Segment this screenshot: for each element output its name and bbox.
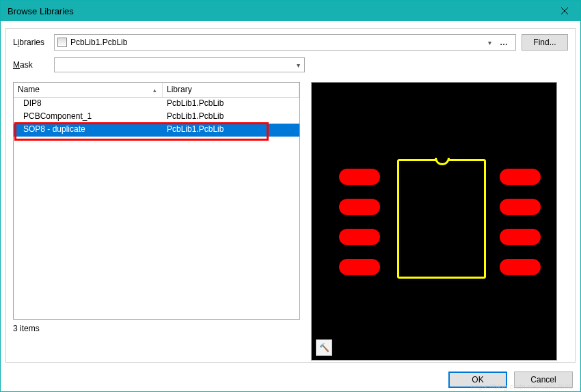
ellipsis-button[interactable]: … xyxy=(496,38,513,47)
chevron-down-icon: ▾ xyxy=(484,39,496,46)
table-row[interactable]: DIP8PcbLib1.PcbLib xyxy=(14,98,299,111)
mask-dropdown[interactable]: ▾ xyxy=(54,57,305,72)
cancel-button[interactable]: Cancel xyxy=(514,372,573,388)
dialog-panel: Libraries PcbLib1.PcbLib ▾ … Find... Mas… xyxy=(5,28,576,363)
pcb-pad xyxy=(500,259,541,275)
library-file-icon xyxy=(57,38,67,47)
window-title: Browse Libraries xyxy=(8,6,74,16)
cell-name: SOP8 - duplicate xyxy=(14,124,163,137)
ok-button[interactable]: OK xyxy=(448,372,507,388)
libraries-label: Libraries xyxy=(13,38,54,47)
list-area: Name Library DIP8PcbLib1.PcbLibPCBCompon… xyxy=(13,82,300,361)
libraries-dropdown[interactable]: PcbLib1.PcbLib ▾ … xyxy=(54,34,516,51)
libraries-row: Libraries PcbLib1.PcbLib ▾ … Find... xyxy=(13,34,568,51)
close-icon xyxy=(561,8,569,15)
pcb-pad xyxy=(500,199,541,215)
pcb-pad xyxy=(500,169,541,185)
component-list[interactable]: Name Library DIP8PcbLib1.PcbLibPCBCompon… xyxy=(13,82,300,320)
pcb-pad xyxy=(339,199,380,215)
hammer-icon: 🔨 xyxy=(319,343,329,352)
column-header-name[interactable]: Name xyxy=(14,83,163,97)
preview-tools-button[interactable]: 🔨 xyxy=(316,339,332,356)
cell-library: PcbLib1.PcbLib xyxy=(163,111,299,124)
cell-library: PcbLib1.PcbLib xyxy=(163,98,299,111)
list-body: DIP8PcbLib1.PcbLibPCBComponent_1PcbLib1.… xyxy=(14,98,299,137)
pcb-pad xyxy=(339,229,380,245)
cell-name: PCBComponent_1 xyxy=(14,111,163,124)
table-row[interactable]: PCBComponent_1PcbLib1.PcbLib xyxy=(14,111,299,124)
mask-label: Mask xyxy=(13,60,54,70)
pcb-pad xyxy=(500,229,541,245)
chevron-down-icon: ▾ xyxy=(297,61,300,69)
pcb-pad xyxy=(339,259,380,275)
dialog-footer: OK Cancel xyxy=(448,372,573,388)
titlebar: Browse Libraries xyxy=(1,1,580,21)
pcb-pad xyxy=(339,169,380,185)
footprint-preview[interactable]: 🔨 xyxy=(311,82,557,361)
list-header: Name Library xyxy=(14,83,299,98)
cell-library: PcbLib1.PcbLib xyxy=(163,124,299,137)
column-header-library[interactable]: Library xyxy=(163,83,299,97)
close-button[interactable] xyxy=(550,1,580,21)
table-row[interactable]: SOP8 - duplicatePcbLib1.PcbLib xyxy=(14,124,299,137)
chip-outline xyxy=(397,159,486,279)
libraries-dropdown-value: PcbLib1.PcbLib xyxy=(70,38,484,47)
items-count: 3 items xyxy=(13,324,300,333)
mask-row: Mask ▾ xyxy=(13,57,568,72)
find-button[interactable]: Find... xyxy=(522,34,568,51)
cell-name: DIP8 xyxy=(14,98,163,111)
content-area: Name Library DIP8PcbLib1.PcbLibPCBCompon… xyxy=(13,82,568,361)
